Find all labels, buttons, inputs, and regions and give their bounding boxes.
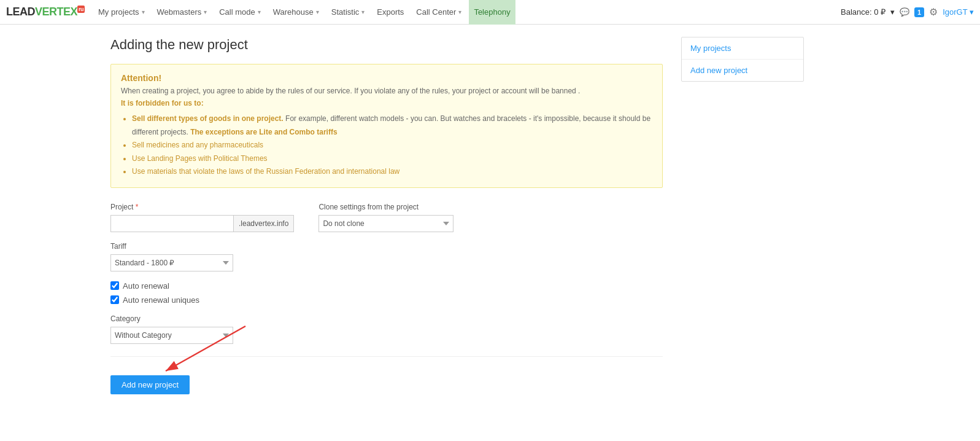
nav-statistic[interactable]: Statistic ▾ xyxy=(326,0,370,25)
chevron-down-icon: ▾ xyxy=(316,9,319,15)
chevron-down-icon: ▾ xyxy=(361,9,365,15)
auto-renewal-label: Auto renewal xyxy=(123,281,169,291)
alert-box: Attention! When creating a project, you … xyxy=(110,64,663,188)
navbar-right: Balance: 0 ₽ ▾ 💬 1 ⚙ IgorGT ▾ xyxy=(841,6,974,18)
form-row-project-clone: Project * .leadvertex.info Clone setting… xyxy=(110,203,663,232)
rule-1-bold: Sell different types of goods in one pro… xyxy=(132,114,284,123)
auto-renewal-checkbox-label[interactable]: Auto renewal xyxy=(110,281,663,291)
navbar: LEADVERTEXru My projects ▾ Webmasters ▾ … xyxy=(0,0,980,25)
sidebar: My projects Add new project xyxy=(675,37,810,407)
nav-warehouse[interactable]: Warehouse ▾ xyxy=(268,0,324,25)
gear-icon[interactable]: ⚙ xyxy=(929,6,938,18)
chevron-down-icon: ▾ xyxy=(204,9,207,15)
page-layout: Adding the new project Attention! When c… xyxy=(0,25,980,419)
nav-telephony[interactable]: Telephony xyxy=(469,0,515,25)
page-title: Adding the new project xyxy=(110,37,663,53)
tariff-field-group: Tariff Standard - 1800 ₽ xyxy=(110,242,663,271)
chevron-down-icon: ▾ xyxy=(890,7,895,17)
project-form: Project * .leadvertex.info Clone setting… xyxy=(110,203,663,394)
rule-1-bold2: The exceptions are Lite and Combo tariff… xyxy=(190,128,337,136)
tariff-select[interactable]: Standard - 1800 ₽ xyxy=(110,254,233,271)
category-field-group: Category Without Category xyxy=(110,314,663,344)
alert-subtitle: When creating a project, you agree to ab… xyxy=(121,87,652,95)
logo[interactable]: LEADVERTEXru xyxy=(6,6,85,18)
nav-webmasters[interactable]: Webmasters ▾ xyxy=(152,0,212,25)
sidebar-card: My projects Add new project xyxy=(681,37,804,82)
alert-rules-list: Sell different types of goods in one pro… xyxy=(121,112,652,179)
auto-renewal-uniques-checkbox[interactable] xyxy=(110,295,119,304)
logo-lead: LEAD xyxy=(6,6,35,18)
category-label: Category xyxy=(110,314,663,323)
project-field-group: Project * .leadvertex.info xyxy=(110,203,294,232)
message-icon[interactable]: 💬 xyxy=(900,7,909,17)
alert-rule-3: Use Landing Pages with Political Themes xyxy=(132,152,652,166)
chevron-down-icon: ▾ xyxy=(458,9,461,15)
nav-call-mode[interactable]: Call mode ▾ xyxy=(214,0,266,25)
auto-renewal-uniques-label: Auto renewal uniques xyxy=(123,295,199,305)
alert-title: Attention! xyxy=(121,73,652,83)
tariff-label: Tariff xyxy=(110,242,663,251)
alert-rule-4: Use materials that violate the laws of t… xyxy=(132,165,652,179)
clone-select[interactable]: Do not clone xyxy=(318,215,453,232)
chevron-down-icon: ▾ xyxy=(970,7,974,17)
clone-label: Clone settings from the project xyxy=(318,203,453,211)
project-name-input[interactable] xyxy=(110,215,233,232)
nav-call-center[interactable]: Call Center ▾ xyxy=(411,0,466,25)
project-input-group: .leadvertex.info xyxy=(110,215,294,232)
logo-ru: ru xyxy=(77,6,85,13)
checkbox-group: Auto renewal Auto renewal uniques xyxy=(110,281,663,305)
main-content: Adding the new project Attention! When c… xyxy=(0,37,675,407)
add-new-project-button[interactable]: Add new project xyxy=(110,375,190,394)
form-divider xyxy=(110,356,663,357)
logo-vertex: VERTEX xyxy=(35,6,77,18)
sidebar-link-add-project[interactable]: Add new project xyxy=(682,60,803,81)
required-marker: * xyxy=(136,203,139,211)
balance-label[interactable]: Balance: 0 ₽ xyxy=(841,7,885,17)
alert-forbidden: It is forbidden for us to: xyxy=(121,99,652,107)
user-menu[interactable]: IgorGT ▾ xyxy=(943,7,974,17)
nav-my-projects[interactable]: My projects ▾ xyxy=(93,0,149,25)
alert-rule-2: Sell medicines and any pharmaceuticals xyxy=(132,139,652,152)
chevron-down-icon: ▾ xyxy=(142,9,145,15)
nav-exports[interactable]: Exports xyxy=(372,0,409,25)
category-select[interactable]: Without Category xyxy=(110,327,233,344)
domain-suffix: .leadvertex.info xyxy=(233,215,294,232)
sidebar-link-my-projects[interactable]: My projects xyxy=(682,37,803,60)
chevron-down-icon: ▾ xyxy=(258,9,261,15)
alert-rule-1: Sell different types of goods in one pro… xyxy=(132,112,652,139)
notification-badge[interactable]: 1 xyxy=(914,7,924,17)
auto-renewal-checkbox[interactable] xyxy=(110,281,119,290)
auto-renewal-uniques-checkbox-label[interactable]: Auto renewal uniques xyxy=(110,295,663,305)
project-label: Project * xyxy=(110,203,294,211)
add-button-container: Add new project xyxy=(110,375,190,394)
clone-field-group: Clone settings from the project Do not c… xyxy=(318,203,453,232)
